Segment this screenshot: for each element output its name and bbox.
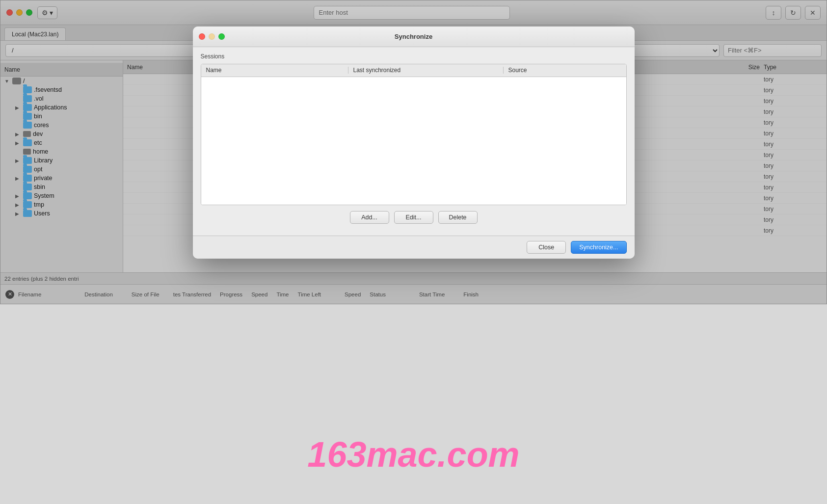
sync-body: Sessions Name Last synchronized Source A… xyxy=(193,47,635,236)
sync-close-light[interactable] xyxy=(199,33,205,40)
synchronize-button[interactable]: Synchronize... xyxy=(571,241,626,254)
sessions-table-body xyxy=(201,77,626,205)
sync-minimize-light[interactable] xyxy=(209,33,215,40)
sync-maximize-light[interactable] xyxy=(218,33,225,40)
sessions-table-header: Name Last synchronized Source xyxy=(201,64,626,77)
sessions-col-lastsync: Last synchronized xyxy=(348,67,504,74)
watermark: 163mac.com xyxy=(307,434,519,475)
sync-title-bar: Synchronize xyxy=(193,27,635,47)
close-dialog-button[interactable]: Close xyxy=(527,241,566,254)
sync-dialog: Synchronize Sessions Name Last synchroni… xyxy=(193,27,635,259)
sync-action-buttons: Add... Edit... Delete xyxy=(201,211,627,230)
add-button[interactable]: Add... xyxy=(350,211,389,224)
modal-overlay: Synchronize Sessions Name Last synchroni… xyxy=(0,0,827,304)
sync-traffic-lights xyxy=(199,33,225,40)
sessions-col-source: Source xyxy=(504,67,626,74)
delete-button[interactable]: Delete xyxy=(438,211,478,224)
edit-button[interactable]: Edit... xyxy=(394,211,433,224)
sessions-table: Name Last synchronized Source xyxy=(201,64,627,205)
sessions-col-name: Name xyxy=(201,67,348,74)
sync-footer: Close Synchronize... xyxy=(193,236,635,259)
sessions-label: Sessions xyxy=(201,53,627,60)
sync-dialog-title: Synchronize xyxy=(395,33,432,40)
